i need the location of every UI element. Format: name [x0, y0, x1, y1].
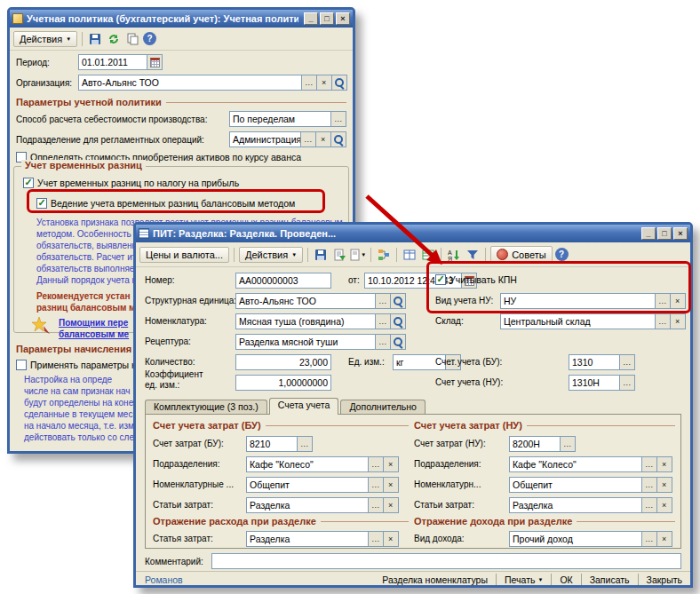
select-button[interactable]: ...	[642, 497, 657, 513]
quantity-input[interactable]: 23,000	[235, 354, 331, 370]
tab-components[interactable]: Комплектующие (3 поз.)	[145, 400, 267, 414]
recipe-input[interactable]: Разделка мясной туши	[235, 334, 376, 350]
calendar-icon[interactable]	[147, 54, 163, 70]
profit-tax-checkbox-row[interactable]: Учет временных разниц по налогу на прибы…	[23, 178, 239, 188]
kpn-checkbox[interactable]	[435, 274, 446, 285]
select-button[interactable]: ...	[620, 375, 635, 391]
tab-additional[interactable]: Дополнительно	[340, 400, 426, 414]
select-button[interactable]: ...	[376, 293, 391, 309]
cost-items-bu-input[interactable]: Разделка	[246, 497, 369, 513]
clear-button[interactable]: ×	[384, 531, 399, 547]
coef-input[interactable]: 1,00000000	[235, 375, 331, 391]
select-button[interactable]: ...	[298, 436, 313, 452]
select-button[interactable]: ...	[369, 477, 384, 493]
help-icon[interactable]: ?	[555, 248, 569, 261]
select-button[interactable]: ...	[376, 334, 391, 350]
filter-icon[interactable]	[465, 247, 481, 263]
help-icon[interactable]: ?	[143, 32, 156, 45]
division-bu-input[interactable]: Кафе "Колесо"	[246, 456, 369, 472]
magnifier-icon[interactable]	[391, 334, 406, 350]
tab-accounts[interactable]: Счета учета	[269, 398, 339, 415]
close-button[interactable]: Закрыть	[642, 574, 687, 586]
razdelka-nomenclature-button[interactable]: Разделка номенклатуры	[378, 574, 492, 586]
warehouse-input[interactable]: Центральный склад	[500, 313, 656, 329]
maximize-button[interactable]: □	[657, 227, 672, 240]
minimize-button[interactable]: _	[641, 227, 656, 240]
actions-menu-button[interactable]: Действия ▼	[13, 31, 77, 47]
select-button[interactable]: ...	[561, 436, 576, 452]
period-input[interactable]: 01.01.2011	[78, 54, 147, 70]
assistant-link[interactable]: балансовым ме	[59, 329, 129, 339]
accrual-checkbox-row[interactable]: Применять параметры на	[16, 360, 142, 370]
number-input[interactable]: АА000000003	[235, 273, 331, 289]
select-button[interactable]: ...	[656, 293, 671, 309]
minimize-button[interactable]: _	[304, 12, 318, 25]
select-button[interactable]: ...	[656, 313, 671, 329]
structure-icon[interactable]	[376, 247, 392, 263]
clear-button[interactable]: ×	[657, 531, 672, 547]
cost-items-nu-input[interactable]: Разделка	[509, 497, 642, 513]
magnifier-icon[interactable]	[391, 313, 406, 329]
cost-account-bu-input[interactable]: 8210	[246, 436, 298, 452]
magnifier-icon[interactable]	[332, 75, 347, 91]
unit-input[interactable]: Авто-Альянс ТОО	[235, 293, 376, 309]
clear-button[interactable]: ×	[657, 477, 672, 493]
expense-item-input[interactable]: Разделка	[246, 531, 369, 547]
select-button[interactable]: ...	[301, 131, 316, 147]
profit-tax-checkbox[interactable]	[23, 178, 34, 188]
close-button[interactable]: ×	[673, 227, 688, 240]
clear-button[interactable]: ×	[384, 497, 399, 513]
income-kind-input[interactable]: Прочий доход	[509, 531, 642, 547]
accrual-checkbox[interactable]	[16, 360, 27, 370]
clear-button[interactable]: ×	[671, 293, 686, 309]
clear-button[interactable]: ×	[384, 477, 399, 493]
clear-button[interactable]: ×	[657, 497, 672, 513]
magnifier-icon[interactable]	[331, 131, 346, 147]
postings-dtkt-icon[interactable]	[402, 247, 418, 263]
document-titlebar[interactable]: ПИТ: Разделка: Разделка. Проведен... _ □…	[136, 225, 690, 242]
select-button[interactable]: ...	[642, 456, 657, 472]
post-document-icon[interactable]	[331, 247, 347, 263]
account-nu-input[interactable]: 1310Н	[569, 375, 620, 391]
select-button[interactable]: ...	[642, 477, 657, 493]
clear-button[interactable]: ×	[384, 456, 399, 472]
post-menu-icon[interactable]: ▼	[350, 247, 366, 263]
print-button[interactable]: Печать ▼	[500, 574, 547, 586]
magnifier-icon[interactable]	[391, 293, 406, 309]
balance-method-checkbox-row[interactable]: Ведение учета временных разниц балансовы…	[36, 198, 295, 209]
comment-input[interactable]	[211, 553, 681, 569]
maximize-button[interactable]: □	[320, 12, 334, 25]
tips-button[interactable]: Советы	[490, 246, 552, 263]
organization-input[interactable]: Авто-Альянс ТОО	[78, 75, 302, 91]
balance-method-checkbox[interactable]	[36, 198, 47, 209]
save-icon[interactable]	[313, 247, 329, 263]
journal-icon[interactable]	[420, 247, 436, 263]
clear-button[interactable]: ×	[657, 456, 672, 472]
sort-icon[interactable]: АЯ	[446, 247, 462, 263]
select-button[interactable]: ...	[620, 354, 635, 370]
select-button[interactable]: ...	[302, 75, 317, 91]
write-button[interactable]: Записать	[585, 574, 634, 586]
select-button[interactable]: ...	[369, 497, 384, 513]
division-input[interactable]: Администрация	[229, 131, 301, 147]
clear-button[interactable]: ×	[317, 75, 332, 91]
save-icon[interactable]	[87, 31, 103, 47]
close-button[interactable]: ×	[336, 12, 350, 25]
ok-button[interactable]: ОК	[555, 574, 577, 586]
nu-kind-input[interactable]: НУ	[500, 293, 656, 309]
select-button[interactable]: ...	[369, 456, 384, 472]
account-bu-input[interactable]: 1310	[569, 354, 620, 370]
division-nu-input[interactable]: Кафе "Колесо"	[509, 456, 642, 472]
nomgroups-nu-input[interactable]: Общепит	[509, 477, 642, 493]
cost-account-nu-input[interactable]: 8200Н	[509, 436, 561, 452]
clear-button[interactable]: ×	[671, 313, 686, 329]
policy-titlebar[interactable]: Учетная политика (бухгалтерский учет): У…	[10, 10, 353, 28]
select-button[interactable]: ...	[331, 111, 346, 127]
clear-button[interactable]: ×	[316, 131, 331, 147]
actions-menu-button[interactable]: Действия ▼	[239, 247, 303, 263]
kpn-checkbox-row[interactable]: Учитывать КПН	[435, 274, 517, 285]
select-button[interactable]: ...	[369, 531, 384, 547]
prices-currency-button[interactable]: Цены и валюта...	[139, 247, 229, 263]
reread-icon[interactable]	[106, 31, 122, 47]
select-button[interactable]: ...	[376, 313, 391, 329]
